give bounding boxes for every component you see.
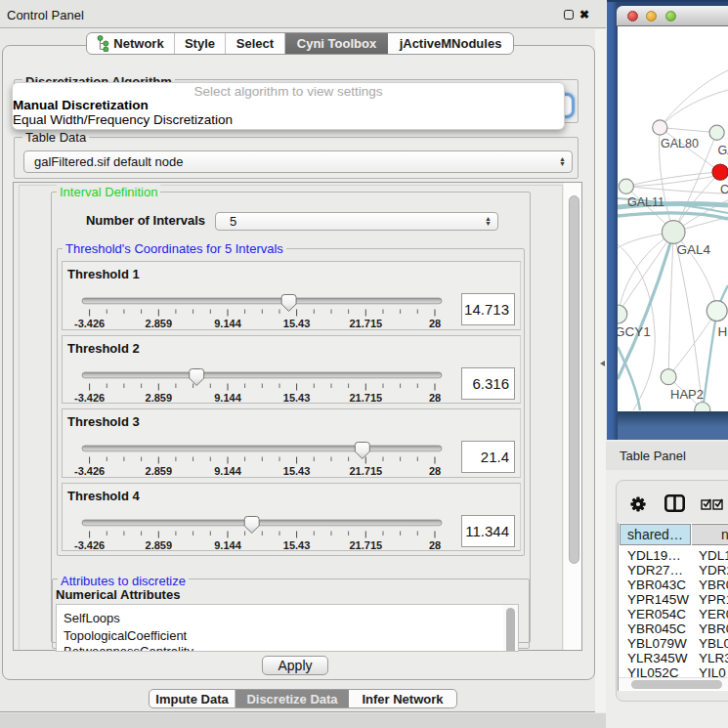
svg-text:2.859: 2.859 [146,318,173,329]
svg-text:-3.426: -3.426 [74,538,105,550]
svg-text:9.144: 9.144 [214,391,241,403]
svg-text:GAL11: GAL11 [627,195,664,209]
svg-text:-3.426: -3.426 [74,465,105,477]
svg-text:2.859: 2.859 [146,465,173,477]
svg-text:GAL4: GAL4 [677,242,711,257]
svg-text:2.859: 2.859 [146,391,173,403]
svg-text:28: 28 [429,318,441,329]
svg-text:28: 28 [429,391,441,403]
svg-text:HAP2: HAP2 [670,387,704,402]
svg-text:9.144: 9.144 [214,538,241,550]
svg-text:-3.426: -3.426 [74,391,105,403]
svg-text:2.859: 2.859 [146,538,173,550]
svg-text:GAL80: GAL80 [661,137,699,150]
svg-text:21.715: 21.715 [349,465,382,477]
svg-text:-3.426: -3.426 [74,318,105,329]
svg-text:15.43: 15.43 [283,391,311,403]
svg-text:GCY1: GCY1 [618,324,651,339]
svg-text:9.144: 9.144 [214,318,241,329]
svg-text:15.43: 15.43 [283,318,311,329]
svg-text:GA: GA [718,144,728,157]
svg-text:28: 28 [429,465,441,477]
svg-text:21.715: 21.715 [349,318,382,329]
svg-text:15.43: 15.43 [283,465,311,477]
svg-text:9.144: 9.144 [214,465,241,477]
svg-text:H: H [718,324,728,339]
svg-text:15.43: 15.43 [283,538,311,550]
svg-text:28: 28 [429,538,441,550]
svg-text:21.715: 21.715 [349,391,382,403]
svg-text:21.715: 21.715 [349,538,382,550]
svg-text:C: C [720,183,728,196]
